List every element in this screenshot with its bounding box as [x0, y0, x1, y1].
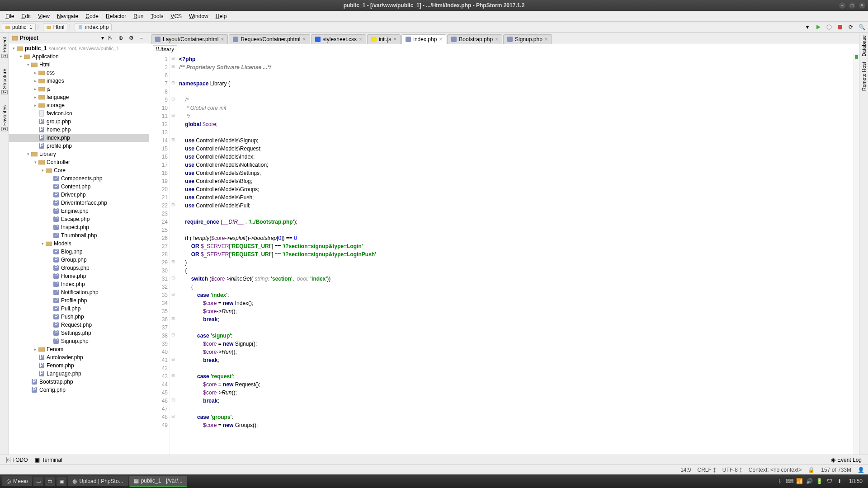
maximize-icon[interactable]: ▢	[849, 2, 855, 9]
tree-item[interactable]: PHome.php	[9, 272, 149, 280]
tree-item[interactable]: Phome.php	[9, 126, 149, 134]
project-tree[interactable]: ▾public_1sources root, /var/www/public_1…	[9, 43, 149, 455]
tree-item[interactable]: ▾Library	[9, 150, 149, 158]
tray-keyboard-icon[interactable]: ⌨	[786, 477, 794, 485]
breadcrumb-item[interactable]: index.php	[75, 23, 112, 31]
tree-item[interactable]: PProfile.php	[9, 296, 149, 305]
inspect-icon[interactable]: 👤	[858, 467, 864, 473]
tree-item[interactable]: PSignup.php	[9, 337, 149, 345]
tree-item[interactable]: PEscape.php	[9, 215, 149, 223]
menu-code[interactable]: Code	[82, 12, 102, 21]
tree-item[interactable]: PContent.php	[9, 183, 149, 191]
tree-item[interactable]: PGroups.php	[9, 264, 149, 272]
terminal-tab[interactable]: ▣Terminal	[31, 456, 66, 464]
editor-tab[interactable]: Signup.php×	[503, 34, 552, 44]
tree-item[interactable]: PLanguage.php	[9, 370, 149, 378]
tree-item[interactable]: favicon.ico	[9, 109, 149, 117]
run-icon[interactable]	[814, 23, 823, 32]
tool-favorites[interactable]: 2 Favorites	[1, 103, 8, 134]
close-icon[interactable]: ✕	[859, 2, 865, 9]
tree-item[interactable]: PNotification.php	[9, 288, 149, 296]
task-phpstorm[interactable]: ▦public_1 - [/var/...	[129, 476, 187, 487]
fold-gutter[interactable]: ⊟⊟⊟⊟⊟⊟⊟⊟⊟⊟⊟⊟⊟⊟⊟⊟	[170, 54, 176, 455]
tree-item[interactable]: ▸js	[9, 85, 149, 93]
memory-indicator[interactable]: 157 of 733M	[821, 467, 851, 473]
close-tab-icon[interactable]: ×	[545, 36, 548, 42]
tray-updates-icon[interactable]: ⬆	[835, 477, 844, 485]
tree-item[interactable]: PPull.php	[9, 305, 149, 313]
target-icon[interactable]: ⊕	[116, 33, 125, 42]
tree-item[interactable]: PThumbnail.php	[9, 231, 149, 239]
tree-item[interactable]: PPush.php	[9, 313, 149, 321]
tree-item[interactable]: PSettings.php	[9, 329, 149, 337]
close-tab-icon[interactable]: ×	[303, 36, 306, 42]
close-tab-icon[interactable]: ×	[439, 36, 442, 42]
hide-icon[interactable]: –	[137, 33, 146, 42]
files-icon[interactable]: 🗀	[45, 477, 55, 486]
update-icon[interactable]: ⟳	[846, 23, 855, 32]
tree-item[interactable]: ▸language	[9, 93, 149, 101]
tree-item[interactable]: ▸css	[9, 69, 149, 77]
tray-battery-icon[interactable]: 🔋	[816, 477, 824, 485]
tree-item[interactable]: PFenom.php	[9, 361, 149, 370]
event-log-tab[interactable]: ◉Event Log	[827, 456, 865, 464]
tree-item[interactable]: PAutoloader.php	[9, 353, 149, 361]
tray-shield-icon[interactable]: 🛡	[826, 477, 834, 485]
breadcrumb-item[interactable]: public_1	[2, 23, 36, 31]
tree-item[interactable]: ▾Core	[9, 166, 149, 174]
menu-vcs[interactable]: VCS	[167, 12, 185, 21]
menu-window[interactable]: Window	[185, 12, 212, 21]
collapse-icon[interactable]: ⇱	[106, 33, 115, 42]
tool-structure[interactable]: 7 Structure	[1, 66, 8, 97]
editor-tab[interactable]: init.js×	[367, 34, 401, 44]
menu-help[interactable]: Help	[212, 12, 231, 21]
close-tab-icon[interactable]: ×	[359, 36, 362, 42]
tree-item[interactable]: PDriver.php	[9, 191, 149, 199]
menu-run[interactable]: Run	[130, 12, 147, 21]
tree-item[interactable]: ▾Models	[9, 239, 149, 248]
menu-view[interactable]: View	[34, 12, 53, 21]
menu-tools[interactable]: Tools	[147, 12, 167, 21]
error-stripe[interactable]	[854, 54, 859, 455]
code-editor[interactable]: 1267891011121314151617181920212223242526…	[149, 54, 859, 455]
line-separator[interactable]: CRLF ‡	[697, 467, 716, 473]
tree-item[interactable]: PComponents.php	[9, 174, 149, 183]
todo-tab[interactable]: 6TODO	[3, 456, 31, 464]
cursor-position[interactable]: 14:9	[680, 467, 691, 473]
tree-item[interactable]: PGroup.php	[9, 256, 149, 264]
file-encoding[interactable]: UTF-8 ‡	[722, 467, 742, 473]
tree-item[interactable]: ▾Html	[9, 61, 149, 69]
tool-project[interactable]: 1 Project	[1, 34, 8, 61]
close-tab-icon[interactable]: ×	[221, 36, 224, 42]
tree-item[interactable]: ▾Controller	[9, 158, 149, 166]
tool-remote-host[interactable]: Remote Host	[860, 59, 868, 94]
close-tab-icon[interactable]: ×	[495, 36, 498, 42]
code-content[interactable]: <?php/** Proprietary Software License ..…	[176, 54, 854, 455]
tree-item[interactable]: PBootstrap.php	[9, 378, 149, 386]
dropdown-icon[interactable]: ▾	[99, 35, 106, 41]
tree-item[interactable]: PRequest.php	[9, 321, 149, 329]
tray-network-icon[interactable]: 📶	[796, 477, 804, 485]
tree-item[interactable]: PDriverInterface.php	[9, 199, 149, 207]
breadcrumb-item[interactable]: Html	[43, 23, 68, 31]
menu-navigate[interactable]: Navigate	[53, 12, 82, 21]
run-dropdown-icon[interactable]: ▾	[803, 23, 812, 32]
tool-database[interactable]: Database	[860, 33, 868, 59]
editor-tab[interactable]: stylesheet.css×	[311, 34, 366, 44]
namespace-breadcrumb[interactable]: \Library	[153, 45, 177, 53]
close-tab-icon[interactable]: ×	[393, 36, 396, 42]
tree-item[interactable]: PIndex.php	[9, 280, 149, 288]
editor-tab[interactable]: Bootstrap.php×	[447, 34, 502, 44]
tree-item[interactable]: ▸images	[9, 77, 149, 85]
tree-item[interactable]: ▸storage	[9, 101, 149, 109]
tree-item[interactable]: Pindex.php	[9, 134, 149, 142]
tray-volume-icon[interactable]: 🔊	[806, 477, 814, 485]
editor-tab[interactable]: index.php×	[401, 34, 446, 44]
tree-item[interactable]: PEngine.php	[9, 207, 149, 215]
show-desktop-icon[interactable]: ▭	[33, 477, 43, 486]
tree-item[interactable]: ▸Fenom	[9, 345, 149, 353]
tree-item[interactable]: PBlog.php	[9, 248, 149, 256]
tree-root[interactable]: ▾public_1sources root, /var/www/public_1	[9, 44, 149, 52]
menu-file[interactable]: File	[2, 12, 18, 21]
menu-refactor[interactable]: Refactor	[102, 12, 130, 21]
